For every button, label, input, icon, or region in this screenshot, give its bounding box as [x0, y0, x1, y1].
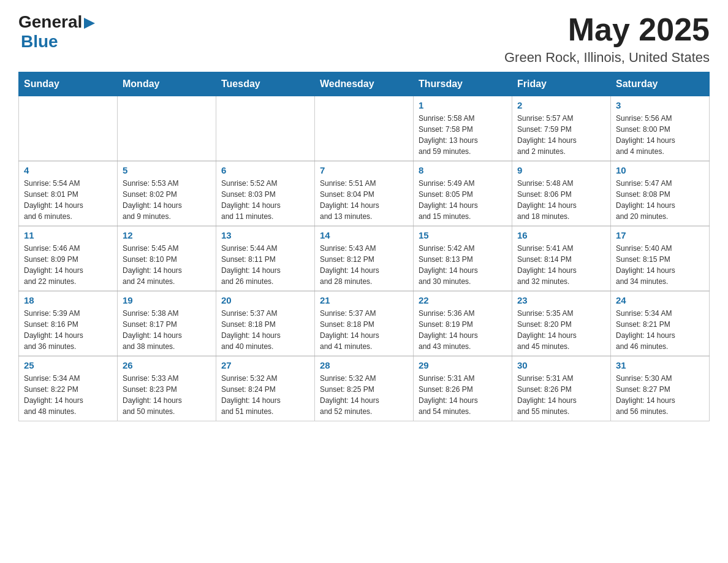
day-number: 24	[616, 295, 704, 305]
day-info: Sunrise: 5:51 AM Sunset: 8:04 PM Dayligh…	[320, 178, 408, 222]
calendar-cell: 21Sunrise: 5:37 AM Sunset: 8:18 PM Dayli…	[315, 291, 414, 356]
day-number: 22	[419, 295, 507, 305]
calendar-cell: 9Sunrise: 5:48 AM Sunset: 8:06 PM Daylig…	[512, 161, 611, 226]
calendar-cell: 22Sunrise: 5:36 AM Sunset: 8:19 PM Dayli…	[414, 291, 512, 356]
day-info: Sunrise: 5:34 AM Sunset: 8:21 PM Dayligh…	[616, 308, 704, 352]
day-number: 29	[419, 360, 507, 370]
day-number: 7	[320, 165, 408, 175]
calendar-cell: 2Sunrise: 5:57 AM Sunset: 7:59 PM Daylig…	[512, 96, 611, 161]
calendar-cell	[118, 96, 216, 161]
day-info: Sunrise: 5:32 AM Sunset: 8:24 PM Dayligh…	[221, 373, 309, 417]
calendar-week-row: 11Sunrise: 5:46 AM Sunset: 8:09 PM Dayli…	[19, 226, 710, 291]
day-number: 3	[616, 100, 704, 110]
day-info: Sunrise: 5:46 AM Sunset: 8:09 PM Dayligh…	[24, 243, 112, 287]
day-info: Sunrise: 5:56 AM Sunset: 8:00 PM Dayligh…	[616, 113, 704, 157]
day-info: Sunrise: 5:41 AM Sunset: 8:14 PM Dayligh…	[517, 243, 605, 287]
day-number: 6	[221, 165, 309, 175]
calendar-cell: 24Sunrise: 5:34 AM Sunset: 8:21 PM Dayli…	[611, 291, 710, 356]
day-info: Sunrise: 5:42 AM Sunset: 8:13 PM Dayligh…	[419, 243, 507, 287]
svg-marker-0	[84, 18, 95, 29]
day-number: 21	[320, 295, 408, 305]
calendar-cell: 5Sunrise: 5:53 AM Sunset: 8:02 PM Daylig…	[118, 161, 216, 226]
calendar-cell	[216, 96, 315, 161]
day-number: 20	[221, 295, 309, 305]
calendar-cell	[19, 96, 118, 161]
day-number: 30	[517, 360, 605, 370]
calendar-table: SundayMondayTuesdayWednesdayThursdayFrid…	[18, 72, 710, 421]
calendar-cell: 16Sunrise: 5:41 AM Sunset: 8:14 PM Dayli…	[512, 226, 611, 291]
calendar-cell: 28Sunrise: 5:32 AM Sunset: 8:25 PM Dayli…	[315, 356, 414, 421]
day-number: 1	[419, 100, 507, 110]
calendar-cell: 19Sunrise: 5:38 AM Sunset: 8:17 PM Dayli…	[118, 291, 216, 356]
calendar-cell: 30Sunrise: 5:31 AM Sunset: 8:26 PM Dayli…	[512, 356, 611, 421]
page-title: May 2025	[504, 12, 710, 47]
day-number: 5	[123, 165, 211, 175]
day-number: 18	[24, 295, 112, 305]
calendar-cell	[315, 96, 414, 161]
day-info: Sunrise: 5:54 AM Sunset: 8:01 PM Dayligh…	[24, 178, 112, 222]
page-subtitle: Green Rock, Illinois, United States	[504, 50, 710, 66]
calendar-cell: 13Sunrise: 5:44 AM Sunset: 8:11 PM Dayli…	[216, 226, 315, 291]
calendar-week-row: 18Sunrise: 5:39 AM Sunset: 8:16 PM Dayli…	[19, 291, 710, 356]
calendar-cell: 25Sunrise: 5:34 AM Sunset: 8:22 PM Dayli…	[19, 356, 118, 421]
day-info: Sunrise: 5:44 AM Sunset: 8:11 PM Dayligh…	[221, 243, 309, 287]
logo-triangle-icon	[84, 18, 95, 29]
day-number: 8	[419, 165, 507, 175]
calendar-cell: 20Sunrise: 5:37 AM Sunset: 8:18 PM Dayli…	[216, 291, 315, 356]
day-info: Sunrise: 5:35 AM Sunset: 8:20 PM Dayligh…	[517, 308, 605, 352]
day-info: Sunrise: 5:48 AM Sunset: 8:06 PM Dayligh…	[517, 178, 605, 222]
day-info: Sunrise: 5:52 AM Sunset: 8:03 PM Dayligh…	[221, 178, 309, 222]
day-number: 26	[123, 360, 211, 370]
day-info: Sunrise: 5:36 AM Sunset: 8:19 PM Dayligh…	[419, 308, 507, 352]
calendar-cell: 4Sunrise: 5:54 AM Sunset: 8:01 PM Daylig…	[19, 161, 118, 226]
day-info: Sunrise: 5:32 AM Sunset: 8:25 PM Dayligh…	[320, 373, 408, 417]
day-number: 27	[221, 360, 309, 370]
day-number: 14	[320, 230, 408, 240]
day-number: 12	[123, 230, 211, 240]
day-info: Sunrise: 5:58 AM Sunset: 7:58 PM Dayligh…	[419, 113, 507, 157]
day-number: 4	[24, 165, 112, 175]
day-info: Sunrise: 5:53 AM Sunset: 8:02 PM Dayligh…	[123, 178, 211, 222]
calendar-cell: 26Sunrise: 5:33 AM Sunset: 8:23 PM Dayli…	[118, 356, 216, 421]
calendar-cell: 10Sunrise: 5:47 AM Sunset: 8:08 PM Dayli…	[611, 161, 710, 226]
calendar-week-row: 1Sunrise: 5:58 AM Sunset: 7:58 PM Daylig…	[19, 96, 710, 161]
logo: General Blue	[18, 12, 95, 52]
day-number: 11	[24, 230, 112, 240]
calendar-cell: 27Sunrise: 5:32 AM Sunset: 8:24 PM Dayli…	[216, 356, 315, 421]
day-info: Sunrise: 5:37 AM Sunset: 8:18 PM Dayligh…	[320, 308, 408, 352]
day-info: Sunrise: 5:47 AM Sunset: 8:08 PM Dayligh…	[616, 178, 704, 222]
day-info: Sunrise: 5:45 AM Sunset: 8:10 PM Dayligh…	[123, 243, 211, 287]
calendar-cell: 8Sunrise: 5:49 AM Sunset: 8:05 PM Daylig…	[414, 161, 512, 226]
day-number: 19	[123, 295, 211, 305]
day-number: 15	[419, 230, 507, 240]
day-info: Sunrise: 5:39 AM Sunset: 8:16 PM Dayligh…	[24, 308, 112, 352]
day-number: 10	[616, 165, 704, 175]
day-number: 16	[517, 230, 605, 240]
calendar-cell: 29Sunrise: 5:31 AM Sunset: 8:26 PM Dayli…	[414, 356, 512, 421]
day-info: Sunrise: 5:49 AM Sunset: 8:05 PM Dayligh…	[419, 178, 507, 222]
calendar-week-row: 25Sunrise: 5:34 AM Sunset: 8:22 PM Dayli…	[19, 356, 710, 421]
day-number: 28	[320, 360, 408, 370]
day-info: Sunrise: 5:30 AM Sunset: 8:27 PM Dayligh…	[616, 373, 704, 417]
page-header: General Blue May 2025 Green Rock, Illino…	[18, 12, 710, 66]
calendar-header-row: SundayMondayTuesdayWednesdayThursdayFrid…	[19, 72, 710, 96]
day-info: Sunrise: 5:33 AM Sunset: 8:23 PM Dayligh…	[123, 373, 211, 417]
day-info: Sunrise: 5:31 AM Sunset: 8:26 PM Dayligh…	[517, 373, 605, 417]
calendar-cell: 14Sunrise: 5:43 AM Sunset: 8:12 PM Dayli…	[315, 226, 414, 291]
day-info: Sunrise: 5:31 AM Sunset: 8:26 PM Dayligh…	[419, 373, 507, 417]
title-block: May 2025 Green Rock, Illinois, United St…	[504, 12, 710, 66]
calendar-cell: 31Sunrise: 5:30 AM Sunset: 8:27 PM Dayli…	[611, 356, 710, 421]
day-number: 2	[517, 100, 605, 110]
calendar-cell: 15Sunrise: 5:42 AM Sunset: 8:13 PM Dayli…	[414, 226, 512, 291]
calendar-cell: 23Sunrise: 5:35 AM Sunset: 8:20 PM Dayli…	[512, 291, 611, 356]
calendar-day-header: Monday	[118, 72, 216, 96]
calendar-day-header: Sunday	[19, 72, 118, 96]
day-info: Sunrise: 5:38 AM Sunset: 8:17 PM Dayligh…	[123, 308, 211, 352]
calendar-day-header: Friday	[512, 72, 611, 96]
calendar-cell: 17Sunrise: 5:40 AM Sunset: 8:15 PM Dayli…	[611, 226, 710, 291]
calendar-cell: 11Sunrise: 5:46 AM Sunset: 8:09 PM Dayli…	[19, 226, 118, 291]
day-number: 31	[616, 360, 704, 370]
day-info: Sunrise: 5:57 AM Sunset: 7:59 PM Dayligh…	[517, 113, 605, 157]
calendar-day-header: Tuesday	[216, 72, 315, 96]
day-number: 13	[221, 230, 309, 240]
